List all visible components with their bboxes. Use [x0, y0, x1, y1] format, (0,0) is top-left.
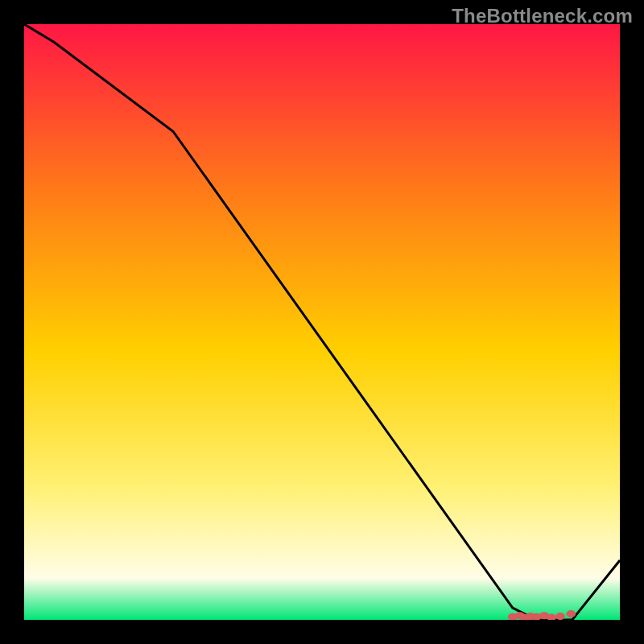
marker-point: [555, 613, 565, 620]
marker-point: [566, 610, 576, 617]
plot-area: [24, 24, 620, 620]
chart-frame: TheBottleneck.com: [0, 0, 644, 644]
chart-svg: [24, 24, 620, 620]
gradient-background: [24, 24, 620, 620]
